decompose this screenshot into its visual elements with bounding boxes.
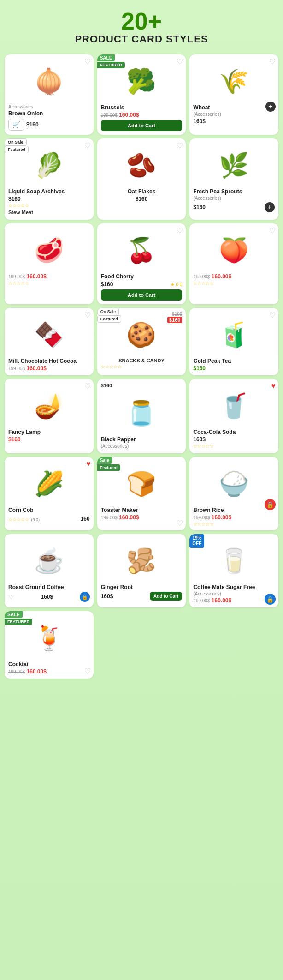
star-rating: ☆☆☆☆☆ (193, 281, 275, 286)
badge-sale: SALE (5, 611, 23, 618)
card-price: 160$ (193, 436, 275, 443)
card-title: Wheat (193, 104, 275, 111)
card-black-pepper: $160 🫙 Black Papper (Accessories) (97, 379, 186, 453)
lock-icon-blue: 🔒 (80, 592, 90, 602)
card-oat-flakes: ♡ 🫘 Oat Flakes $160 (97, 138, 186, 220)
heart-button[interactable]: ♡ (269, 311, 276, 319)
card-title: Liquid Soap Archives (8, 188, 90, 195)
card-milk-chocolate: ♡ 🍫 Milk Chocolate Hot Cocoa 199.00$ 160… (5, 308, 94, 375)
card-brussels: SALE FEATURED 🥦 ♡ Brussels 199.00$ 160.0… (97, 54, 186, 135)
card-price: 199.00$ 160.00$ (101, 514, 183, 521)
card-category: (Accessories) (193, 591, 275, 596)
heart-button[interactable]: ♡ (84, 382, 91, 391)
card-title: Fancy Lamp (8, 429, 90, 435)
card-price: 160$ (193, 118, 206, 125)
card-price: $160 (26, 121, 39, 128)
card-coca-cola: ♥ 🥤 Coca-Cola Soda 160$ ☆☆☆☆☆ (189, 379, 278, 453)
old-price-badge: $199 (167, 312, 182, 317)
card-title: Milk Chocolate Hot Cocoa (8, 358, 90, 364)
star-rating: ☆☆☆☆☆ (193, 522, 275, 527)
card-price: $160 (101, 281, 113, 288)
card-title: Oat Flakes (101, 188, 183, 195)
big-number: 20+ (5, 9, 278, 33)
product-image: 🍒 (101, 227, 183, 273)
card-title: Brown Rice (193, 507, 275, 513)
heart-button[interactable]: ♡ (177, 141, 183, 150)
heart-button[interactable]: ♡ (84, 311, 91, 319)
rating-value: (0.0) (31, 517, 40, 522)
card-category: (Accessories) (193, 112, 275, 117)
card-cocktail: SALE FEATURED 🍹 Cocktail 199.00$ 160.00$… (5, 611, 94, 679)
add-to-cart-button[interactable]: Add to Cart (150, 592, 182, 601)
card-liquid-soap: On Sale Featured ♡ 🥬 Liquid Soap Archive… (5, 138, 94, 220)
product-image: 🥛 (193, 538, 275, 584)
heart-button[interactable]: ♡ (269, 226, 276, 235)
product-image: 🍑 (193, 227, 275, 273)
star-rating: ☆☆☆☆☆ (101, 364, 183, 369)
card-brown-onion: 🧅 ♡ Accessories Brown Onion 🛒 $160 (5, 54, 94, 135)
card-title: Brown Onion (8, 110, 90, 117)
card-gold-peak-tea: ♡ 🧃 Gold Peak Tea $160 (189, 308, 278, 375)
badge-featured: Featured (97, 464, 120, 471)
card-price-top: $160 (101, 383, 183, 388)
card-title: Coca-Cola Soda (193, 429, 275, 435)
heart-button[interactable]: ♡ (84, 57, 91, 66)
card-fresh-pea-sprouts: 🌿 Fresh Pea Sprouts (Accessories) $160 + (189, 138, 278, 220)
card-price: $160 (193, 204, 206, 210)
badge-sale: SALE (97, 54, 115, 61)
page-subtitle: PRODUCT CARD STYLES (5, 33, 278, 45)
card-brown-rice: 🍚 Brown Rice 199.00$ 160.00$ ☆☆☆☆☆ 🔒 (189, 457, 278, 530)
product-image: 🥩 (8, 227, 90, 273)
product-image: 🥤 (193, 383, 275, 429)
heart-button[interactable]: ♡ (84, 667, 91, 676)
card-toaster-maker: Sale Featured 🍞 Toaster Maker 199.00$ 16… (97, 457, 186, 530)
card-title: Black Papper (101, 436, 183, 443)
heart-button[interactable]: ♡ (8, 593, 14, 601)
card-price: 199.00$ 160.00$ (193, 273, 275, 280)
star-rating: ☆☆☆☆☆ (8, 517, 29, 522)
new-price-badge: $160 (167, 317, 182, 323)
heart-button[interactable]: ♡ (84, 141, 91, 150)
card-fancy-lamp: ♡ 🪔 Fancy Lamp $160 (5, 379, 94, 453)
add-to-cart-button[interactable]: Add to Cart (101, 289, 183, 301)
badge-featured: Featured (97, 315, 121, 323)
badge-featured: Featured (5, 146, 29, 153)
heart-button[interactable]: ♥ (271, 382, 276, 390)
card-title: Food Cherry (101, 273, 183, 280)
card-price: 199.00$ 160.00$ (193, 597, 275, 604)
card-wheat: 🌾 ♡ Wheat (Accessories) 160$ + (189, 54, 278, 135)
heart-button[interactable]: ♡ (177, 57, 183, 66)
badge-on-sale: On Sale (97, 308, 119, 315)
card-title: Brussels (101, 104, 183, 111)
card-price: 160 (81, 516, 90, 522)
card-price: 199.00$ 160.00$ (8, 273, 90, 280)
badge-sale: Sale (97, 457, 112, 464)
card-stew-meat: 🥩 199.00$ 160.00$ ☆☆☆☆☆ (5, 223, 94, 304)
card-title: Gold Peak Tea (193, 358, 275, 364)
heart-button[interactable]: ♡ (269, 57, 276, 66)
lock-icon-blue: 🔒 (265, 594, 276, 605)
card-price: $160 (193, 365, 275, 372)
product-image: 🧅 (8, 58, 90, 104)
heart-button[interactable]: ♡ (177, 519, 183, 528)
heart-button[interactable]: ♥ (86, 460, 91, 468)
lock-icon: 🔒 (265, 499, 276, 510)
card-title: Coffee Mate Sugar Free (193, 584, 275, 590)
star-rating: ☆☆☆☆☆ (193, 444, 275, 449)
card-price: 199.00$ 160.00$ (101, 112, 183, 118)
card-title: Corn Cob (8, 507, 90, 513)
product-image: 🫚 (101, 538, 183, 584)
product-image: 🍚 (193, 461, 275, 507)
card-title: Fresh Pea Sprouts (193, 188, 275, 195)
page-header: 20+ PRODUCT CARD STYLES (5, 9, 278, 45)
add-to-cart-button[interactable]: 🛒 (8, 119, 24, 131)
card-title: SNACKS & CANDY (101, 358, 183, 363)
plus-button[interactable]: + (265, 102, 276, 112)
card-price: $160 (101, 196, 183, 202)
product-image: 🪔 (8, 383, 90, 429)
add-to-cart-button[interactable]: Add to Cart (101, 120, 183, 131)
plus-button[interactable]: + (265, 202, 275, 212)
card-snacks-candy: On Sale Featured $199 $160 🍪 SNACKS & CA… (97, 308, 186, 375)
heart-button[interactable]: ♡ (177, 226, 183, 235)
product-image: 🫙 (101, 390, 183, 436)
